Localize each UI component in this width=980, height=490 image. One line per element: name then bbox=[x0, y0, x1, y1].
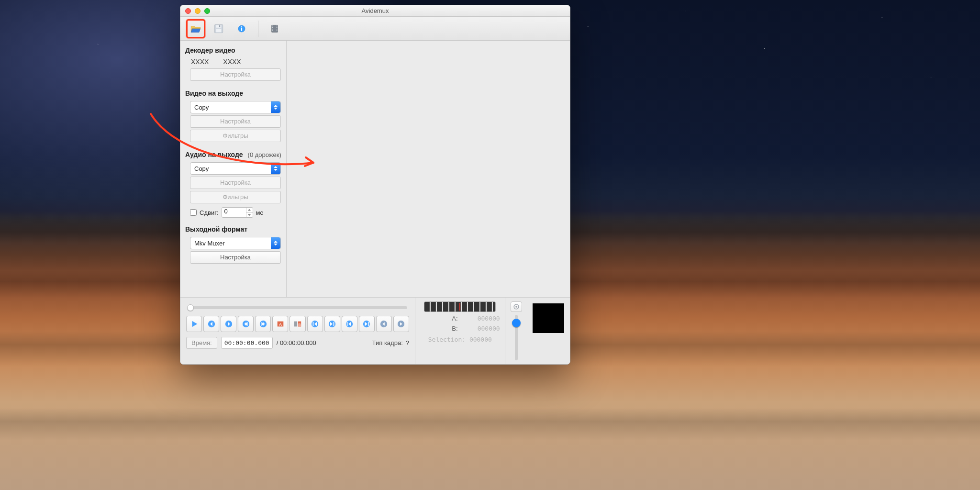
decoder-fourcc-out: XXXX bbox=[223, 58, 241, 66]
selection-value: 000000 bbox=[469, 336, 492, 343]
audio-tracks-count: (0 дорожек) bbox=[248, 151, 281, 158]
seek-slider[interactable] bbox=[188, 306, 407, 309]
open-folder-icon bbox=[189, 22, 202, 35]
svg-rect-6 bbox=[241, 28, 242, 31]
prev-frame-button[interactable] bbox=[203, 316, 219, 332]
svg-rect-30 bbox=[347, 322, 348, 326]
svg-rect-32 bbox=[368, 322, 369, 326]
prev-cut-button[interactable] bbox=[307, 316, 323, 332]
fast-forward-icon bbox=[259, 320, 267, 328]
svg-rect-13 bbox=[277, 27, 278, 28]
audio-codec-select[interactable]: Copy bbox=[190, 162, 281, 175]
calculator-button[interactable] bbox=[265, 19, 284, 38]
prev-black-frame-button[interactable] bbox=[376, 316, 392, 332]
window-close-button[interactable] bbox=[185, 8, 191, 14]
svg-rect-12 bbox=[277, 25, 278, 26]
next-frame-button[interactable] bbox=[221, 316, 236, 332]
audio-codec-value: Copy bbox=[190, 165, 209, 172]
decoder-fourcc-in: XXXX bbox=[191, 58, 209, 66]
next-keyframe-button[interactable] bbox=[255, 316, 271, 332]
svg-text:A: A bbox=[279, 322, 282, 327]
arrow-left-icon bbox=[207, 320, 216, 328]
volume-slider[interactable] bbox=[515, 315, 518, 360]
thumbnail-preview bbox=[533, 303, 564, 333]
window-maximize-button[interactable] bbox=[204, 8, 210, 14]
video-codec-value: Copy bbox=[190, 104, 209, 111]
audio-shift-input[interactable]: 0 bbox=[222, 207, 253, 218]
svg-rect-9 bbox=[272, 27, 273, 28]
marker-b-value: 000000 bbox=[462, 325, 500, 332]
video-codec-select[interactable]: Copy bbox=[190, 101, 281, 113]
save-button[interactable] bbox=[209, 19, 228, 38]
svg-point-36 bbox=[515, 306, 517, 308]
open-file-button[interactable] bbox=[186, 19, 205, 38]
seek-thumb[interactable] bbox=[187, 304, 194, 311]
arrow-right-icon bbox=[224, 320, 233, 328]
window-controls bbox=[185, 8, 210, 14]
video-preview-area bbox=[287, 41, 570, 297]
stepper-icon[interactable] bbox=[246, 208, 253, 217]
marker-b-label: B: bbox=[452, 325, 457, 332]
audio-shift-unit: мс bbox=[256, 209, 263, 216]
search-fwd-icon bbox=[397, 320, 405, 328]
volume-panel bbox=[505, 298, 527, 364]
volume-thumb[interactable] bbox=[512, 319, 521, 327]
video-decoder-heading: Декодер видео bbox=[185, 46, 282, 54]
selection-label: Selection: bbox=[428, 336, 466, 343]
output-muxer-select[interactable]: Mkv Muxer bbox=[190, 237, 281, 249]
goto-first-icon bbox=[345, 320, 354, 328]
playback-buttons: A B bbox=[186, 316, 409, 332]
audio-shift-checkbox[interactable] bbox=[190, 209, 197, 216]
skip-end-icon bbox=[328, 320, 336, 328]
output-format-heading: Выходной формат bbox=[185, 225, 282, 233]
goto-start-button[interactable] bbox=[342, 316, 357, 332]
chevrons-icon bbox=[271, 101, 280, 113]
marker-a-icon: A bbox=[276, 320, 285, 328]
svg-rect-15 bbox=[277, 30, 278, 31]
current-time-field[interactable]: 00:00:00.000 bbox=[221, 337, 273, 349]
chevrons-icon bbox=[271, 237, 280, 249]
play-button[interactable] bbox=[186, 316, 202, 332]
svg-rect-11 bbox=[272, 30, 273, 31]
marker-a-label: A: bbox=[452, 315, 457, 322]
set-marker-a-button[interactable]: A bbox=[272, 316, 288, 332]
audio-shift-label: Сдвиг: bbox=[200, 209, 219, 216]
info-icon bbox=[235, 22, 248, 35]
video-filters-button[interactable]: Фильтры bbox=[190, 130, 281, 142]
window-minimize-button[interactable] bbox=[195, 8, 200, 14]
svg-text:B: B bbox=[298, 323, 301, 327]
decoder-fourcc-row: XXXX XXXX bbox=[191, 58, 282, 66]
svg-rect-1 bbox=[216, 25, 222, 27]
svg-rect-10 bbox=[272, 29, 273, 30]
info-button[interactable] bbox=[232, 19, 251, 38]
film-clip-icon bbox=[268, 22, 281, 35]
speaker-icon bbox=[513, 303, 520, 310]
volume-mute-button[interactable] bbox=[511, 301, 522, 312]
output-configure-button[interactable]: Настройка bbox=[190, 251, 281, 264]
audio-output-heading: Аудио на выходе (0 дорожек) bbox=[185, 151, 282, 158]
rewind-icon bbox=[242, 320, 250, 328]
svg-rect-8 bbox=[272, 25, 273, 26]
video-configure-button[interactable]: Настройка bbox=[190, 115, 281, 128]
audio-filters-button[interactable]: Фильтры bbox=[190, 191, 281, 203]
thumbnail-panel bbox=[527, 298, 570, 364]
decoder-configure-button[interactable]: Настройка bbox=[190, 68, 281, 81]
time-row: Время: 00:00:00.000 / 00:00:00.000 Тип к… bbox=[186, 337, 409, 349]
audio-shift-row: Сдвиг: 0 мс bbox=[190, 207, 282, 218]
svg-rect-28 bbox=[334, 322, 334, 326]
set-marker-b-button[interactable]: B bbox=[290, 316, 305, 332]
audio-shift-value: 0 bbox=[224, 208, 228, 215]
audio-configure-button[interactable]: Настройка bbox=[190, 177, 281, 189]
toolbar bbox=[180, 17, 570, 41]
svg-rect-22 bbox=[294, 322, 297, 327]
marker-a-value: 000000 bbox=[462, 315, 500, 322]
time-button[interactable]: Время: bbox=[186, 337, 217, 349]
prev-keyframe-button[interactable] bbox=[238, 316, 254, 332]
play-icon bbox=[190, 320, 199, 328]
marker-b-icon: B bbox=[293, 320, 302, 328]
goto-end-button[interactable] bbox=[359, 316, 375, 332]
next-black-frame-button[interactable] bbox=[393, 316, 409, 332]
frame-type-label: Тип кадра: bbox=[372, 339, 403, 346]
next-cut-button[interactable] bbox=[324, 316, 340, 332]
jog-wheel[interactable] bbox=[424, 301, 496, 312]
